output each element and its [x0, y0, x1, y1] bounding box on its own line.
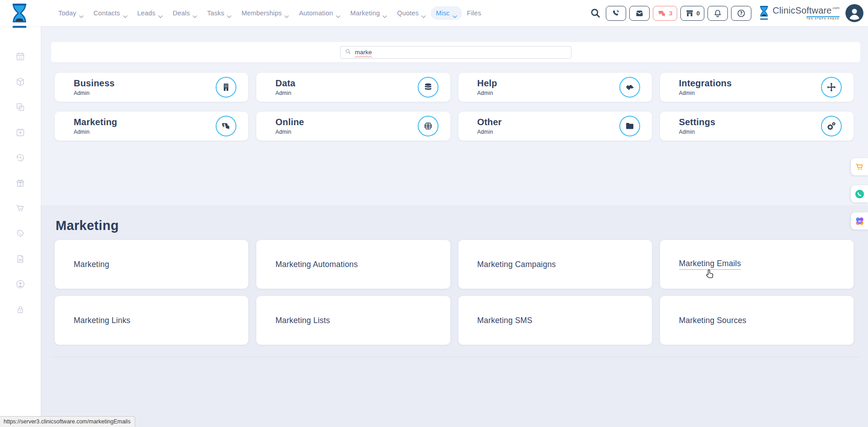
result-card-marketing-lists[interactable]: Marketing Lists: [256, 296, 450, 345]
statusbar-link-preview: https://server3.clinicsoftware.com/marke…: [0, 416, 135, 427]
chevron-down-icon: [453, 12, 457, 15]
cart-orange-icon: [854, 162, 865, 172]
store-count-badge: 0: [697, 10, 700, 17]
results-heading: Marketing: [56, 218, 119, 233]
store-button[interactable]: 0: [680, 6, 705, 21]
search-input[interactable]: marke: [340, 46, 571, 59]
category-card-data[interactable]: DataAdmin: [256, 73, 450, 102]
result-card-label: Marketing: [74, 260, 109, 269]
gift-icon[interactable]: [15, 178, 26, 188]
phone-icon: [611, 9, 621, 18]
nav-item-label: Deals: [173, 9, 190, 17]
search-icon: [345, 48, 351, 56]
calls-button[interactable]: [606, 6, 626, 21]
category-card-marketing[interactable]: MarketingAdmin$: [55, 112, 248, 141]
result-card-marketing-emails[interactable]: Marketing Emails: [660, 240, 854, 289]
chat-icon: [657, 9, 667, 18]
chevron-down-icon: [421, 12, 426, 15]
store-icon: [685, 9, 694, 18]
main-content: marke BusinessAdminDataAdminHelpAdminInt…: [41, 26, 868, 427]
nav-item-label: Leads: [137, 9, 156, 17]
nav-item-label: Contacts: [94, 9, 120, 17]
search-icon: [590, 7, 601, 19]
result-card-marketing-campaigns[interactable]: Marketing Campaigns: [458, 240, 652, 289]
svg-text:$: $: [20, 232, 22, 235]
calendar-icon[interactable]: 12: [15, 51, 26, 62]
nav-item-label: Memberships: [241, 9, 282, 17]
nav-item-files[interactable]: Files: [462, 6, 486, 20]
brand-tagline: TEN STEPS AHEAD: [807, 16, 840, 20]
help-icon: ?: [736, 9, 746, 18]
ai-widget[interactable]: AI: [851, 212, 868, 230]
calendar-import-icon[interactable]: [15, 127, 26, 138]
chevron-down-icon: [158, 12, 163, 15]
chat-button[interactable]: 3: [653, 6, 677, 21]
phone-widget[interactable]: [851, 185, 868, 202]
hourglass-logo-icon: [758, 5, 770, 21]
chevron-down-icon: [284, 12, 289, 15]
search-button[interactable]: [590, 7, 601, 19]
user-circle-icon[interactable]: [15, 279, 26, 290]
handshake-icon: [619, 77, 640, 98]
inbox-button[interactable]: [629, 6, 650, 21]
nav-item-leads[interactable]: Leads: [132, 6, 168, 20]
inbox-icon: [635, 9, 644, 18]
chevron-down-icon: [193, 12, 197, 15]
category-card-help[interactable]: HelpAdmin: [458, 73, 652, 102]
cube-icon[interactable]: [15, 76, 26, 87]
nav-item-label: Tasks: [207, 9, 224, 17]
svg-text:12: 12: [19, 56, 22, 60]
nav-item-memberships[interactable]: Memberships: [236, 6, 294, 20]
price-tag-icon[interactable]: $: [15, 228, 26, 239]
results-grid: MarketingMarketing AutomationsMarketing …: [55, 240, 854, 345]
cart-icon[interactable]: [15, 203, 26, 214]
main-menu: TodayContactsLeadsDealsTasksMembershipsA…: [53, 0, 486, 26]
category-card-business[interactable]: BusinessAdmin: [55, 73, 248, 102]
brand-name: ClinicSoftware: [773, 6, 832, 15]
result-card-marketing-sms[interactable]: Marketing SMS: [458, 296, 652, 345]
nav-item-label: Misc: [436, 9, 450, 17]
nav-item-automation[interactable]: Automation: [294, 6, 345, 20]
hand-cursor-icon: [703, 267, 717, 281]
cart-widget[interactable]: [851, 158, 868, 175]
database-icon: [418, 77, 439, 98]
globe-icon: [418, 116, 439, 136]
nav-item-quotes[interactable]: Quotes: [392, 6, 431, 20]
ai-icon: AI: [854, 216, 865, 226]
clinicsoftware-logo[interactable]: ClinicSoftware .com TEN STEPS AHEAD: [758, 5, 840, 21]
nav-item-contacts[interactable]: Contacts: [89, 6, 132, 20]
nav-item-label: Quotes: [397, 9, 419, 17]
category-card-other[interactable]: OtherAdmin: [458, 112, 652, 141]
nav-item-tasks[interactable]: Tasks: [202, 6, 236, 20]
nav-item-today[interactable]: Today: [53, 6, 89, 20]
result-card-marketing-links[interactable]: Marketing Links: [55, 296, 248, 345]
chevron-down-icon: [79, 12, 84, 15]
category-card-online[interactable]: OnlineAdmin: [256, 112, 450, 141]
move-icon: [821, 77, 842, 98]
help-button[interactable]: ?: [731, 6, 751, 21]
nav-item-label: Today: [58, 9, 76, 17]
search-value: marke: [355, 49, 372, 56]
bell-icon: [713, 9, 722, 18]
app-logo-icon[interactable]: [9, 3, 30, 23]
svg-text:AI: AI: [858, 219, 861, 222]
result-card-label: Marketing Sources: [679, 316, 746, 325]
result-card-label: Marketing Campaigns: [477, 260, 556, 269]
notifications-button[interactable]: [708, 6, 728, 21]
chevron-down-icon: [227, 12, 231, 15]
nav-item-misc[interactable]: Misc: [431, 6, 462, 20]
result-card-marketing-automations[interactable]: Marketing Automations: [256, 240, 450, 289]
user-avatar[interactable]: [845, 4, 863, 22]
result-card-marketing[interactable]: Marketing: [55, 240, 248, 289]
result-card-label: Marketing SMS: [477, 316, 533, 325]
report-icon[interactable]: [15, 253, 26, 264]
result-card-marketing-sources[interactable]: Marketing Sources: [660, 296, 854, 345]
nav-item-deals[interactable]: Deals: [168, 6, 202, 20]
left-sidebar: 12$: [0, 26, 41, 427]
history-icon[interactable]: [15, 152, 26, 163]
lock-icon[interactable]: [15, 304, 26, 315]
nav-item-marketing[interactable]: Marketing: [345, 6, 392, 20]
category-card-settings[interactable]: SettingsAdmin: [660, 112, 854, 141]
copy-icon[interactable]: [15, 102, 26, 113]
category-card-integrations[interactable]: IntegrationsAdmin: [660, 73, 854, 102]
